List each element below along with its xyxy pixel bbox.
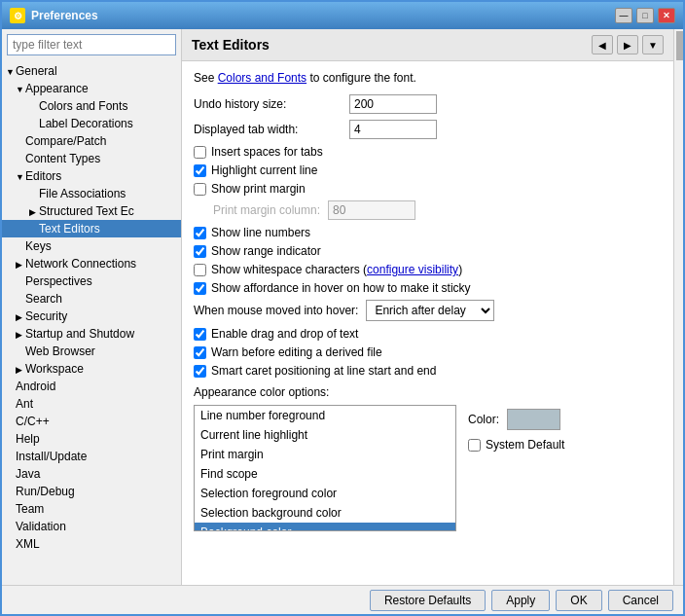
tree-item-text-editors[interactable]: Text Editors bbox=[2, 220, 181, 237]
tree-item-run-debug[interactable]: Run/Debug bbox=[2, 483, 181, 500]
tree-item-xml[interactable]: XML bbox=[2, 535, 181, 553]
tab-width-label: Displayed tab width: bbox=[194, 123, 349, 136]
print-margin-input[interactable] bbox=[328, 200, 415, 220]
show-affordance-label: Show affordance in hover on how to make … bbox=[211, 281, 471, 295]
hover-row: When mouse moved into hover: Enrich afte… bbox=[194, 300, 662, 321]
tree-item-label: Compare/Patch bbox=[25, 134, 106, 148]
color-item-print-margin[interactable]: Print margin bbox=[195, 445, 455, 464]
show-whitespace-row: Show whitespace characters (configure vi… bbox=[194, 263, 662, 276]
restore-defaults-button[interactable]: Restore Defaults bbox=[370, 590, 486, 611]
color-swatch[interactable] bbox=[507, 409, 560, 430]
ok-button[interactable]: OK bbox=[556, 590, 601, 611]
tree-item-cpp[interactable]: C/C++ bbox=[2, 413, 181, 430]
tree-item-security[interactable]: ▶ Security bbox=[2, 308, 181, 325]
system-default-row: System Default bbox=[468, 438, 564, 452]
tree-item-file-associations[interactable]: File Associations bbox=[2, 185, 181, 202]
bottom-bar: Restore DefaultsApplyOKCancel bbox=[2, 585, 683, 614]
tree-item-help[interactable]: Help bbox=[2, 430, 181, 448]
hover-select[interactable]: Enrich after delay Enrich immediately Ne… bbox=[366, 300, 494, 321]
show-line-numbers-checkbox[interactable] bbox=[194, 227, 206, 239]
expand-arrow: ▶ bbox=[16, 365, 25, 375]
tree-item-structured-text[interactable]: ▶ Structured Text Ec bbox=[2, 202, 181, 220]
maximize-button[interactable]: □ bbox=[636, 8, 654, 23]
tree-item-search[interactable]: Search bbox=[2, 290, 181, 308]
tree-item-label: Ant bbox=[16, 397, 33, 411]
colors-fonts-link[interactable]: Colors and Fonts bbox=[218, 71, 306, 85]
search-input[interactable] bbox=[7, 34, 176, 55]
tree-item-colors-fonts[interactable]: Colors and Fonts bbox=[2, 97, 181, 115]
close-button[interactable]: ✕ bbox=[658, 8, 675, 23]
tree-item-android[interactable]: Android bbox=[2, 378, 181, 395]
color-item-background-color[interactable]: Background color bbox=[195, 523, 455, 531]
tree-item-label: Web Browser bbox=[25, 344, 95, 358]
apply-button[interactable]: Apply bbox=[491, 590, 550, 611]
undo-label: Undo history size: bbox=[194, 97, 349, 111]
minimize-button[interactable]: — bbox=[615, 8, 632, 23]
tree-item-keys[interactable]: Keys bbox=[2, 237, 181, 255]
highlight-line-checkbox[interactable] bbox=[194, 164, 206, 177]
tree-item-web-browser[interactable]: Web Browser bbox=[2, 343, 181, 360]
show-whitespace-checkbox[interactable] bbox=[194, 264, 206, 276]
scrollbar[interactable] bbox=[673, 29, 683, 585]
tree-item-label: Keys bbox=[25, 239, 52, 253]
forward-button[interactable]: ▶ bbox=[617, 35, 638, 54]
tree-item-general[interactable]: ▼ General bbox=[2, 62, 181, 80]
configure-visibility-link[interactable]: configure visibility bbox=[367, 263, 458, 276]
show-range-checkbox[interactable] bbox=[194, 245, 206, 258]
show-affordance-row: Show affordance in hover on how to make … bbox=[194, 281, 662, 295]
tree-item-label: Android bbox=[16, 380, 55, 393]
expand-arrow: ▼ bbox=[16, 85, 25, 94]
tree-item-network-connections[interactable]: ▶ Network Connections bbox=[2, 255, 181, 272]
tree-item-label: Install/Update bbox=[16, 450, 87, 463]
color-swatch-row: Color: bbox=[468, 409, 564, 430]
show-print-margin-checkbox[interactable] bbox=[194, 183, 206, 196]
tree-item-install-update[interactable]: Install/Update bbox=[2, 448, 181, 465]
tree-item-editors[interactable]: ▼ Editors bbox=[2, 167, 181, 185]
tree-item-validation[interactable]: Validation bbox=[2, 518, 181, 535]
tree-item-startup-shutdown[interactable]: ▶ Startup and Shutdow bbox=[2, 325, 181, 343]
tree-item-compare-patch[interactable]: Compare/Patch bbox=[2, 132, 181, 150]
expand-arrow: ▼ bbox=[6, 67, 16, 77]
back-button[interactable]: ◀ bbox=[592, 35, 613, 54]
tree-item-perspectives[interactable]: Perspectives bbox=[2, 272, 181, 290]
tree-item-ant[interactable]: Ant bbox=[2, 395, 181, 413]
tree-item-workspace[interactable]: ▶ Workspace bbox=[2, 360, 181, 378]
dropdown-button[interactable]: ▼ bbox=[642, 35, 664, 54]
color-item-line-number-fg[interactable]: Line number foreground bbox=[195, 406, 455, 425]
tab-width-input[interactable] bbox=[349, 120, 437, 139]
tree-item-label: XML bbox=[16, 537, 40, 551]
tree-item-label: Editors bbox=[25, 169, 61, 183]
expand-arrow: ▶ bbox=[16, 330, 25, 340]
intro-text: See Colors and Fonts to configure the fo… bbox=[194, 71, 662, 85]
warn-before-editing-checkbox[interactable] bbox=[194, 346, 206, 359]
tree-item-label-decorations[interactable]: Label Decorations bbox=[2, 115, 181, 132]
tree-item-label: Team bbox=[16, 502, 44, 516]
main-content: ▼ General▼ Appearance Colors and Fonts L… bbox=[2, 29, 683, 585]
show-range-label: Show range indicator bbox=[211, 244, 321, 258]
window-controls: — □ ✕ bbox=[615, 8, 675, 23]
tree-item-content-types[interactable]: Content Types bbox=[2, 150, 181, 167]
tree-item-team[interactable]: Team bbox=[2, 500, 181, 518]
undo-input[interactable] bbox=[349, 94, 437, 114]
cancel-button[interactable]: Cancel bbox=[608, 590, 673, 611]
tree-item-appearance[interactable]: ▼ Appearance bbox=[2, 80, 181, 97]
smart-caret-checkbox[interactable] bbox=[194, 365, 206, 378]
scrollbar-thumb[interactable] bbox=[676, 31, 683, 60]
color-item-current-line-highlight[interactable]: Current line highlight bbox=[195, 425, 455, 445]
tree-item-label: Perspectives bbox=[25, 274, 92, 288]
tree-item-java[interactable]: Java bbox=[2, 465, 181, 483]
system-default-checkbox[interactable] bbox=[468, 439, 481, 452]
enable-drag-drop-checkbox[interactable] bbox=[194, 328, 206, 341]
tree-item-label: Help bbox=[16, 432, 40, 446]
color-item-selection-bg[interactable]: Selection background color bbox=[195, 503, 455, 523]
show-affordance-checkbox[interactable] bbox=[194, 282, 206, 295]
insert-spaces-checkbox[interactable] bbox=[194, 146, 206, 159]
preferences-window: ⚙ Preferences — □ ✕ ▼ General▼ Appearanc… bbox=[0, 0, 685, 616]
highlight-line-row: Highlight current line bbox=[194, 163, 662, 177]
color-item-find-scope[interactable]: Find scope bbox=[195, 464, 455, 484]
color-item-selection-fg[interactable]: Selection foreground color bbox=[195, 484, 455, 503]
print-margin-label: Print margin column: bbox=[213, 203, 320, 217]
tree-item-label: Structured Text Ec bbox=[39, 204, 134, 218]
tree-item-label: Security bbox=[25, 309, 67, 323]
search-box bbox=[7, 34, 176, 55]
